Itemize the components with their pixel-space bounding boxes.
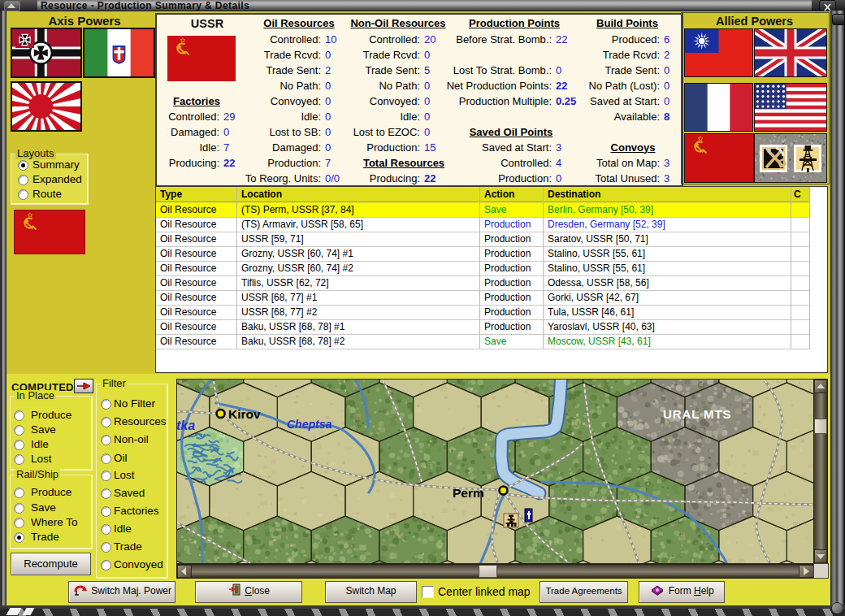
svg-text:tka: tka [177,419,195,432]
svg-text:Kirov: Kirov [228,407,261,421]
svg-text:Cheptsa: Cheptsa [287,418,332,431]
svg-text:URAL MTS: URAL MTS [663,407,731,421]
svg-text:Perm: Perm [453,486,484,500]
